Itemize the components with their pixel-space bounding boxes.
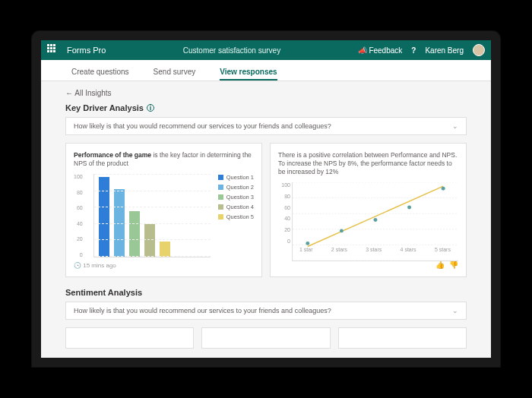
key-driver-title: Key Driver Analysis i bbox=[65, 103, 467, 112]
legend-item: Question 1 bbox=[218, 174, 254, 181]
bar bbox=[129, 211, 140, 257]
sentiment-title: Sentiment Analysis bbox=[65, 288, 467, 297]
chevron-down-icon bbox=[452, 307, 458, 314]
bar bbox=[144, 224, 155, 257]
sentiment-question-dropdown[interactable]: How likely is that you would recommend o… bbox=[65, 302, 467, 320]
line-card-caption: There is a positive correlation between … bbox=[278, 151, 458, 176]
megaphone-icon bbox=[358, 46, 367, 55]
bar bbox=[99, 177, 109, 257]
feedback-link[interactable]: Feedback bbox=[358, 46, 403, 55]
question-dropdown[interactable]: How likely is that you would recommend o… bbox=[65, 117, 467, 135]
sentiment-placeholders bbox=[65, 327, 467, 349]
tab-send-survey[interactable]: Send survey bbox=[154, 68, 196, 81]
info-icon[interactable]: i bbox=[147, 104, 154, 112]
tab-view-responses[interactable]: View responses bbox=[220, 68, 277, 81]
top-tabs: Create questions Send survey View respon… bbox=[41, 60, 491, 81]
bar-card-caption: Performance of the game is the key facto… bbox=[74, 151, 254, 168]
svg-point-9 bbox=[374, 218, 378, 222]
bar-chart bbox=[93, 174, 211, 257]
line-chart: 100806040200 1 star2 stars3 stars4 stars… bbox=[278, 182, 458, 256]
user-name[interactable]: Karen Berg bbox=[425, 46, 464, 55]
legend-item: Question 4 bbox=[218, 204, 254, 210]
help-icon[interactable] bbox=[411, 46, 416, 55]
svg-point-10 bbox=[407, 206, 411, 210]
thumbs-down-icon[interactable]: 👎 bbox=[449, 261, 458, 269]
bar-y-axis: 100806040200 bbox=[74, 174, 86, 257]
svg-point-11 bbox=[442, 187, 445, 191]
app-name: Forms Pro bbox=[67, 46, 106, 55]
bar bbox=[114, 189, 125, 257]
svg-point-8 bbox=[340, 229, 344, 233]
content-area: All Insights Key Driver Analysis i How l… bbox=[41, 81, 491, 358]
chevron-down-icon bbox=[452, 122, 458, 130]
app-header: Forms Pro Customer satisfaction survey F… bbox=[41, 40, 491, 60]
bar-chart-card: Performance of the game is the key facto… bbox=[65, 143, 262, 277]
tab-create-questions[interactable]: Create questions bbox=[71, 68, 129, 81]
svg-line-6 bbox=[308, 186, 443, 246]
app-launcher-icon[interactable] bbox=[47, 44, 59, 56]
back-all-insights[interactable]: All Insights bbox=[65, 89, 467, 97]
legend-item: Question 3 bbox=[218, 194, 254, 201]
bar bbox=[160, 242, 170, 257]
legend-item: Question 2 bbox=[218, 184, 254, 191]
avatar[interactable] bbox=[473, 44, 485, 56]
legend-item: Question 5 bbox=[218, 213, 254, 220]
thumbs-up-icon[interactable]: 👍 bbox=[435, 261, 445, 269]
line-chart-card: There is a positive correlation between … bbox=[270, 143, 467, 277]
document-title: Customer satisfaction survey bbox=[106, 46, 357, 55]
timestamp: 🕓 15 mins ago bbox=[74, 262, 116, 269]
bar-legend: Question 1Question 2Question 3Question 4… bbox=[218, 174, 254, 257]
